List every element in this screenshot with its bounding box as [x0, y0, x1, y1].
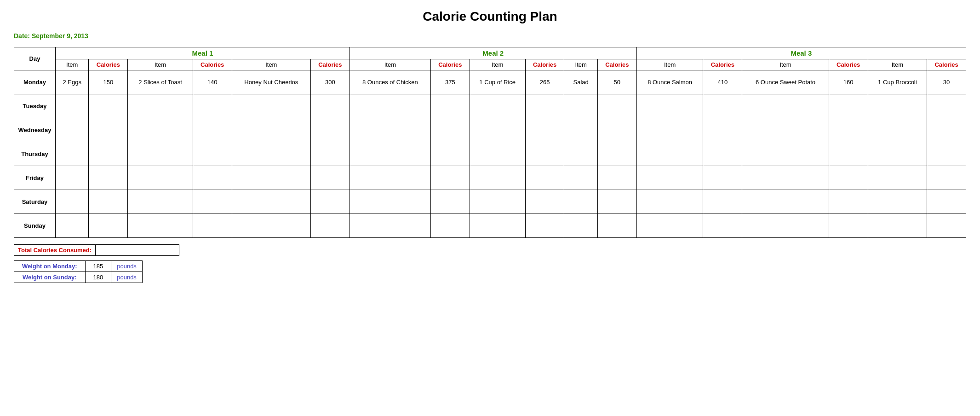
m1-monday-cal3: 300	[311, 70, 350, 94]
table-row-thursday: Thursday	[14, 142, 966, 166]
table-row-wednesday: Wednesday	[14, 118, 966, 142]
weight-sunday-unit: pounds	[111, 272, 143, 283]
m2-item3-header: Item	[564, 59, 597, 70]
weight-sunday-row: Weight on Sunday: 180 pounds	[14, 272, 143, 283]
weight-monday-unit: pounds	[111, 261, 143, 272]
total-calories-value	[96, 245, 179, 255]
m1-monday-cal1: 150	[89, 70, 128, 94]
day-thursday: Thursday	[14, 142, 56, 166]
meal3-header: Meal 3	[636, 47, 966, 59]
m2-item1-header: Item	[350, 59, 430, 70]
m2-monday-item2: 1 Cup of Rice	[470, 70, 525, 94]
total-calories-label: Total Calories Consumed:	[14, 245, 96, 255]
m1-monday-item2: 2 Slices of Toast	[128, 70, 193, 94]
m3-cal3-header: Calories	[927, 59, 966, 70]
m2-monday-item1: 8 Ounces of Chicken	[350, 70, 430, 94]
meal2-header: Meal 2	[350, 47, 636, 59]
weight-monday-row: Weight on Monday: 185 pounds	[14, 261, 143, 272]
m2-item2-header: Item	[470, 59, 525, 70]
m1-monday-item3: Honey Nut Cheerios	[232, 70, 310, 94]
m3-item1-header: Item	[636, 59, 703, 70]
m1-item1-header: Item	[56, 59, 89, 70]
m1-monday-cal2: 140	[193, 70, 232, 94]
day-monday: Monday	[14, 70, 56, 94]
day-wednesday: Wednesday	[14, 118, 56, 142]
meal1-header: Meal 1	[56, 47, 350, 59]
m1-monday-item1: 2 Eggs	[56, 70, 89, 94]
m2-cal1-header: Calories	[430, 59, 470, 70]
weight-monday-value: 185	[85, 261, 111, 272]
table-row-sunday: Sunday	[14, 214, 966, 238]
table-row-saturday: Saturday	[14, 190, 966, 214]
m1-cal3-header: Calories	[311, 59, 350, 70]
day-saturday: Saturday	[14, 190, 56, 214]
m3-cal1-header: Calories	[703, 59, 742, 70]
m2-monday-item3: Salad	[564, 70, 597, 94]
m2-monday-cal1: 375	[430, 70, 470, 94]
m3-monday-cal3: 30	[927, 70, 966, 94]
m3-monday-item3: 1 Cup Broccoli	[868, 70, 927, 94]
m3-monday-item1: 8 Ounce Salmon	[636, 70, 703, 94]
table-row-tuesday: Tuesday	[14, 94, 966, 118]
day-tuesday: Tuesday	[14, 94, 56, 118]
date-label: Date: September 9, 2013	[14, 32, 966, 40]
day-column-header: Day	[14, 47, 56, 70]
m2-monday-cal3: 50	[597, 70, 636, 94]
m2-cal3-header: Calories	[597, 59, 636, 70]
m3-monday-cal2: 160	[829, 70, 868, 94]
weight-table: Weight on Monday: 185 pounds Weight on S…	[14, 260, 143, 283]
m2-cal2-header: Calories	[525, 59, 564, 70]
page-title: Calorie Counting Plan	[14, 9, 966, 24]
m1-cal1-header: Calories	[89, 59, 128, 70]
calorie-table: Day Meal 1 Meal 2 Meal 3 Item Calories I…	[14, 47, 966, 238]
m3-item2-header: Item	[742, 59, 829, 70]
m3-monday-item2: 6 Ounce Sweet Potato	[742, 70, 829, 94]
weight-sunday-value: 180	[85, 272, 111, 283]
m2-monday-cal2: 265	[525, 70, 564, 94]
m3-cal2-header: Calories	[829, 59, 868, 70]
m1-cal2-header: Calories	[193, 59, 232, 70]
m3-monday-cal1: 410	[703, 70, 742, 94]
weight-monday-label: Weight on Monday:	[14, 261, 86, 272]
totals-section: Total Calories Consumed: Weight on Monda…	[14, 244, 179, 283]
table-row-monday: Monday 2 Eggs 150 2 Slices of Toast 140 …	[14, 70, 966, 94]
weight-sunday-label: Weight on Sunday:	[14, 272, 86, 283]
day-sunday: Sunday	[14, 214, 56, 238]
m1-item3-header: Item	[232, 59, 310, 70]
total-calories-row: Total Calories Consumed:	[14, 244, 179, 256]
table-row-friday: Friday	[14, 166, 966, 190]
day-friday: Friday	[14, 166, 56, 190]
m1-item2-header: Item	[128, 59, 193, 70]
m3-item3-header: Item	[868, 59, 927, 70]
